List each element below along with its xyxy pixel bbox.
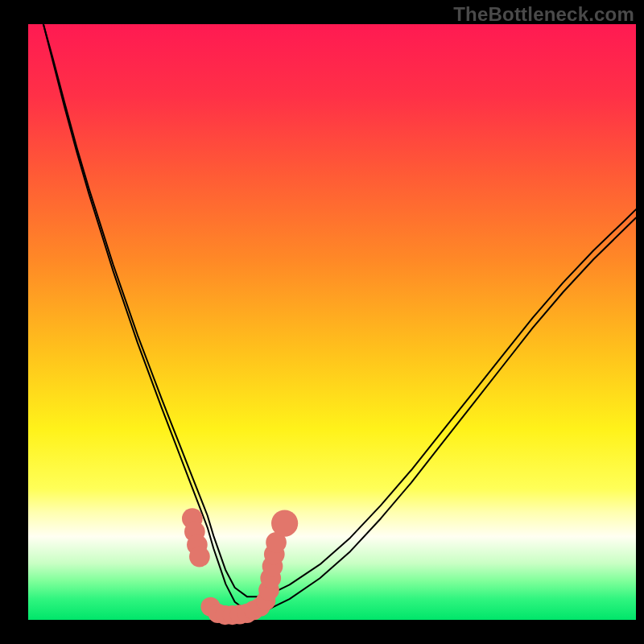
chart-frame: TheBottleneck.com	[0, 0, 644, 644]
plot-background	[28, 24, 636, 620]
data-point	[189, 547, 210, 568]
data-point	[271, 510, 298, 537]
watermark-text: TheBottleneck.com	[453, 3, 634, 26]
chart-svg	[0, 0, 644, 644]
